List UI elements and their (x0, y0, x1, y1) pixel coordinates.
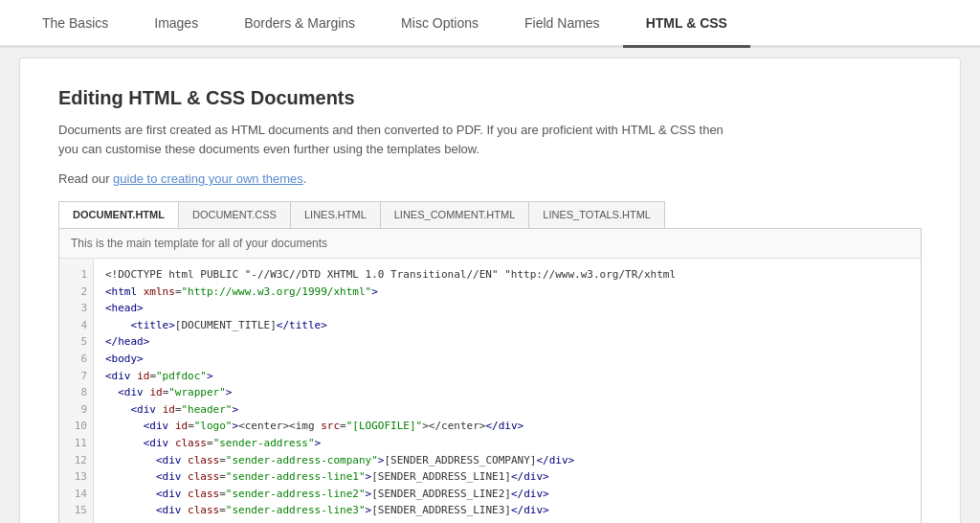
page-title: Editing HTML & CSS Documents (58, 87, 922, 109)
code-container: This is the main template for all of you… (58, 228, 922, 523)
nav-item-html-css[interactable]: HTML & CSS (623, 0, 750, 48)
main-content: Editing HTML & CSS Documents Documents a… (19, 57, 961, 523)
top-navigation: The Basics Images Borders & Margins Misc… (0, 0, 980, 48)
code-body[interactable]: 1234567891011121314151617181920212223 <!… (59, 259, 921, 523)
code-content[interactable]: <!DOCTYPE html PUBLIC "-//W3C//DTD XHTML… (94, 259, 921, 523)
subtab-document-css[interactable]: DOCUMENT.CSS (179, 202, 291, 228)
subtab-lines-totals-html[interactable]: LINES_TOTALS.HTML (529, 202, 664, 228)
nav-item-images[interactable]: Images (131, 0, 221, 48)
guide-link[interactable]: guide to creating your own themes (113, 171, 303, 186)
page-description: Documents are first created as HTML docu… (58, 121, 728, 158)
nav-item-borders-margins[interactable]: Borders & Margins (221, 0, 378, 48)
subtab-document-html[interactable]: DOCUMENT.HTML (59, 202, 179, 228)
sub-tabs: DOCUMENT.HTML DOCUMENT.CSS LINES.HTML LI… (58, 201, 665, 228)
guide-text: Read our guide to creating your own them… (58, 171, 922, 186)
nav-item-misc-options[interactable]: Misc Options (378, 0, 501, 48)
nav-item-the-basics[interactable]: The Basics (19, 0, 131, 48)
nav-item-field-names[interactable]: Field Names (501, 0, 623, 48)
subtab-lines-comment-html[interactable]: LINES_COMMENT.HTML (381, 202, 530, 228)
subtab-lines-html[interactable]: LINES.HTML (291, 202, 381, 228)
line-numbers: 1234567891011121314151617181920212223 (59, 259, 94, 523)
code-info-bar: This is the main template for all of you… (59, 229, 921, 259)
